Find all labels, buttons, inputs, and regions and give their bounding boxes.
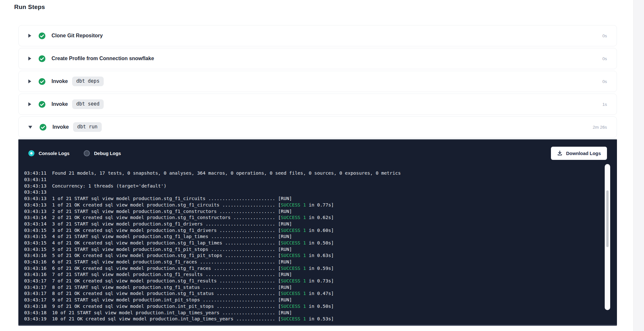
log-line: 03:43:15 4 of 21 OK created sql view mod… (24, 240, 596, 246)
command-chip: dbt seed (72, 99, 104, 109)
debug-logs-label: Debug Logs (94, 151, 121, 156)
command-chip: dbt run (73, 122, 102, 132)
log-line: 03:43:19 10 of 21 OK created sql view mo… (24, 316, 596, 322)
log-tabs: Console Logs Debug Logs (28, 150, 121, 156)
log-line: 03:43:14 3 of 21 START sql view model pr… (24, 221, 596, 227)
log-line: 03:43:15 3 of 21 OK created sql view mod… (24, 227, 596, 234)
radio-unselected-icon (84, 150, 90, 156)
console-logs-label: Console Logs (39, 151, 70, 156)
console-log-output: 03:43:11 Found 21 models, 17 tests, 0 sn… (24, 161, 596, 322)
caret-right-icon[interactable] (28, 57, 31, 60)
log-scrollbar-thumb[interactable] (606, 190, 609, 247)
log-line: 03:43:17 8 of 21 START sql view model pr… (24, 284, 596, 291)
download-logs-button[interactable]: Download Logs (551, 147, 607, 160)
log-line: 03:43:13 (24, 189, 596, 196)
log-header: Console Logs Debug Logs Download Logs (28, 147, 607, 160)
caret-right-icon[interactable] (28, 34, 31, 38)
download-icon (557, 151, 563, 156)
log-line: 03:43:15 4 of 21 START sql view model pr… (24, 234, 596, 240)
right-gutter (633, 0, 644, 331)
step-row[interactable]: Invokedbt deps0s (18, 71, 617, 92)
step-duration: 2m 26s (593, 125, 607, 130)
download-logs-label: Download Logs (566, 151, 601, 156)
log-line: 03:43:17 8 of 21 OK created sql view mod… (24, 290, 596, 297)
radio-selected-icon (28, 150, 34, 156)
log-line: 03:43:15 5 of 21 START sql view model pr… (24, 246, 596, 253)
caret-right-icon[interactable] (28, 102, 31, 106)
log-line: 03:43:11 Found 21 models, 17 tests, 0 sn… (24, 170, 596, 177)
command-chip: dbt deps (72, 77, 104, 86)
log-line: 03:43:14 2 of 21 OK created sql view mod… (24, 215, 596, 221)
log-line: 03:43:18 10 of 21 START sql view model p… (24, 310, 596, 316)
log-line: 03:43:11 (24, 177, 596, 183)
page-title: Run Steps (14, 4, 45, 11)
log-line: 03:43:18 9 of 21 OK created sql view mod… (24, 303, 596, 310)
log-line: 03:43:16 5 of 21 OK created sql view mod… (24, 253, 596, 259)
step-duration: 0s (602, 56, 607, 61)
step-row[interactable]: Invokedbt run2m 26s (18, 116, 617, 138)
step-duration: 0s (602, 79, 607, 84)
check-circle-icon (38, 101, 46, 108)
log-line: 03:43:16 6 of 21 START sql view model pr… (24, 259, 596, 265)
debug-logs-radio[interactable]: Debug Logs (84, 150, 121, 156)
log-line: 03:43:13 2 of 21 START sql view model pr… (24, 208, 596, 215)
step-duration: 1s (602, 102, 607, 107)
log-line: 03:43:17 7 of 21 OK created sql view mod… (24, 278, 596, 284)
step-row[interactable]: Invokedbt seed1s (18, 94, 617, 115)
console-logs-radio[interactable]: Console Logs (28, 150, 70, 156)
step-row[interactable]: Create Profile from Connection snowflake… (18, 48, 617, 69)
check-circle-icon (39, 124, 47, 131)
check-circle-icon (38, 32, 46, 40)
log-scrollbar-track[interactable] (605, 164, 610, 310)
log-line: 03:43:13 Concurrency: 1 threads (target=… (24, 183, 596, 189)
log-line: 03:43:13 1 of 21 OK created sql view mod… (24, 202, 596, 208)
log-line: 03:43:16 7 of 21 START sql view model pr… (24, 271, 596, 278)
log-lines: 03:43:11 Found 21 models, 17 tests, 0 sn… (24, 170, 596, 322)
step-duration: 0s (602, 33, 607, 38)
step-label: Clone Git Repository (52, 33, 103, 39)
log-panel: Console Logs Debug Logs Download Logs 03… (18, 139, 617, 326)
step-label: Create Profile from Connection snowflake (52, 56, 154, 61)
step-row[interactable]: Clone Git Repository0s (18, 25, 617, 46)
step-label: Invoke (52, 124, 69, 130)
log-line: 03:43:13 1 of 21 START sql view model pr… (24, 196, 596, 202)
check-circle-icon (38, 55, 46, 62)
caret-right-icon[interactable] (28, 79, 31, 83)
log-line: 03:43:17 9 of 21 START sql view model pr… (24, 297, 596, 303)
run-steps-list: Clone Git Repository0sCreate Profile fro… (18, 25, 617, 139)
step-label: Invoke (52, 101, 68, 107)
log-line: 03:43:16 6 of 21 OK created sql view mod… (24, 265, 596, 272)
step-label: Invoke (52, 78, 68, 84)
caret-down-icon[interactable] (28, 126, 32, 129)
check-circle-icon (38, 78, 46, 85)
